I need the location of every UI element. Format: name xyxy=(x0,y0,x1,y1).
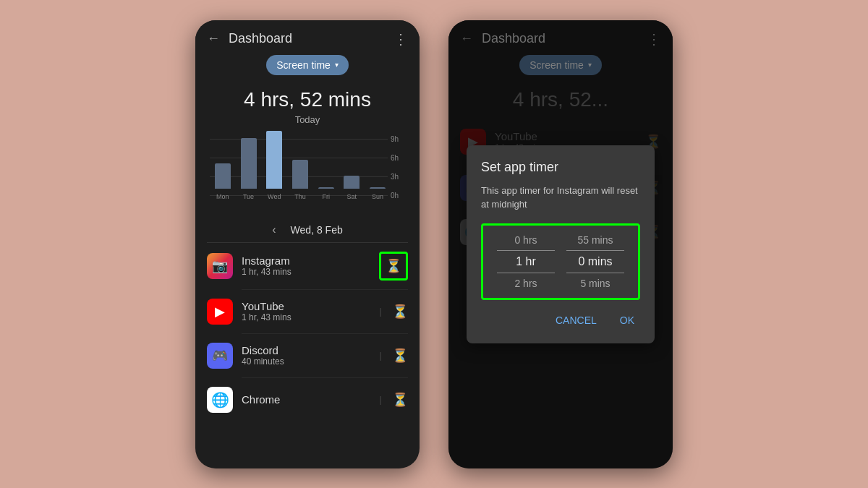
bar-sun: Sun xyxy=(370,187,386,200)
discord-time: 40 minutes xyxy=(242,356,371,367)
bar-tue: Tue xyxy=(241,138,257,200)
top-bar-1: ← Dashboard ⋮ xyxy=(195,20,420,55)
chrome-info: Chrome xyxy=(242,393,371,406)
today-label-1: Today xyxy=(195,114,420,125)
top-bar-left: ← Dashboard xyxy=(207,31,292,46)
instagram-time: 1 hr, 43 mins xyxy=(242,267,370,277)
dialog-title: Set app timer xyxy=(481,160,640,175)
chart-1: 9h 6h 3h 0h Mon Tue Wed Thu xyxy=(195,135,420,215)
dialog-description: This app timer for Instagram will reset … xyxy=(481,184,640,212)
bar-thu: Thu xyxy=(292,160,308,200)
bar-fri: Fri xyxy=(318,187,334,200)
phone-2: ← Dashboard ⋮ Screen time ▾ 4 hrs, 52...… xyxy=(448,20,673,468)
screen-time-button-1[interactable]: Screen time ▾ xyxy=(266,55,349,75)
discord-name: Discord xyxy=(242,344,371,356)
bars-container: Mon Tue Wed Thu Fri Sat xyxy=(210,135,391,200)
prev-date-button[interactable]: ‹ xyxy=(272,223,276,236)
hours-above: 0 hrs xyxy=(497,231,555,249)
chrome-divider: | xyxy=(380,394,382,405)
instagram-icon: 📷 xyxy=(207,253,233,279)
mins-above: 55 mins xyxy=(566,231,624,249)
youtube-timer-button[interactable]: ⏳ xyxy=(392,304,408,320)
app-item-youtube: ▶ YouTube 1 hr, 43 mins | ⏳ xyxy=(195,290,420,333)
bar-sat: Sat xyxy=(344,176,359,200)
youtube-icon: ▶ xyxy=(207,299,233,325)
date-nav-1: ‹ Wed, 8 Feb xyxy=(195,218,420,242)
bar-wed: Wed xyxy=(266,131,282,200)
discord-icon: 🎮 xyxy=(207,343,233,369)
bar-mon: Mon xyxy=(215,163,231,200)
dropdown-arrow-icon: ▾ xyxy=(335,61,339,69)
hours-below: 2 hrs xyxy=(497,275,555,292)
app-item-chrome: 🌐 Chrome | ⏳ xyxy=(195,378,420,421)
discord-info: Discord 40 minutes xyxy=(242,344,371,367)
minutes-picker[interactable]: 55 mins 0 mins 5 mins xyxy=(566,231,624,292)
dialog-buttons: Cancel OK xyxy=(481,312,640,329)
cancel-button[interactable]: Cancel xyxy=(550,312,603,329)
youtube-time: 1 hr, 43 mins xyxy=(242,312,371,322)
chrome-name: Chrome xyxy=(242,393,371,406)
youtube-name: YouTube xyxy=(242,300,371,312)
instagram-info: Instagram 1 hr, 43 mins xyxy=(242,254,370,277)
instagram-name: Instagram xyxy=(242,254,370,267)
dialog-overlay: Set app timer This app timer for Instagr… xyxy=(448,20,673,468)
instagram-timer-button[interactable]: ⏳ xyxy=(379,252,408,281)
page-title-1: Dashboard xyxy=(229,31,292,46)
chrome-timer-button[interactable]: ⏳ xyxy=(392,392,408,408)
chrome-icon: 🌐 xyxy=(207,387,233,413)
phone-1: ← Dashboard ⋮ Screen time ▾ 4 hrs, 52 mi… xyxy=(195,20,420,468)
set-app-timer-dialog: Set app timer This app timer for Instagr… xyxy=(467,145,655,343)
discord-timer-button[interactable]: ⏳ xyxy=(392,348,408,364)
app-item-discord: 🎮 Discord 40 minutes | ⏳ xyxy=(195,334,420,377)
current-date: Wed, 8 Feb xyxy=(291,224,343,236)
youtube-info: YouTube 1 hr, 43 mins xyxy=(242,300,371,322)
mins-below: 5 mins xyxy=(566,275,624,292)
timer-picker[interactable]: 0 hrs 1 hr 2 hrs 55 mins 0 mins 5 mins xyxy=(481,223,640,300)
ok-button[interactable]: OK xyxy=(614,312,640,329)
app-item-instagram: 📷 Instagram 1 hr, 43 mins ⏳ xyxy=(195,243,420,289)
total-time-1: 4 hrs, 52 mins xyxy=(195,88,420,111)
back-button[interactable]: ← xyxy=(207,31,220,46)
more-icon-1[interactable]: ⋮ xyxy=(393,30,408,48)
mins-selected: 0 mins xyxy=(566,250,624,273)
youtube-divider: | xyxy=(380,306,382,317)
discord-divider: | xyxy=(380,350,382,361)
app-list-1: 📷 Instagram 1 hr, 43 mins ⏳ ▶ YouTube 1 … xyxy=(195,243,420,468)
hours-picker[interactable]: 0 hrs 1 hr 2 hrs xyxy=(497,231,555,292)
hours-selected: 1 hr xyxy=(497,250,555,273)
